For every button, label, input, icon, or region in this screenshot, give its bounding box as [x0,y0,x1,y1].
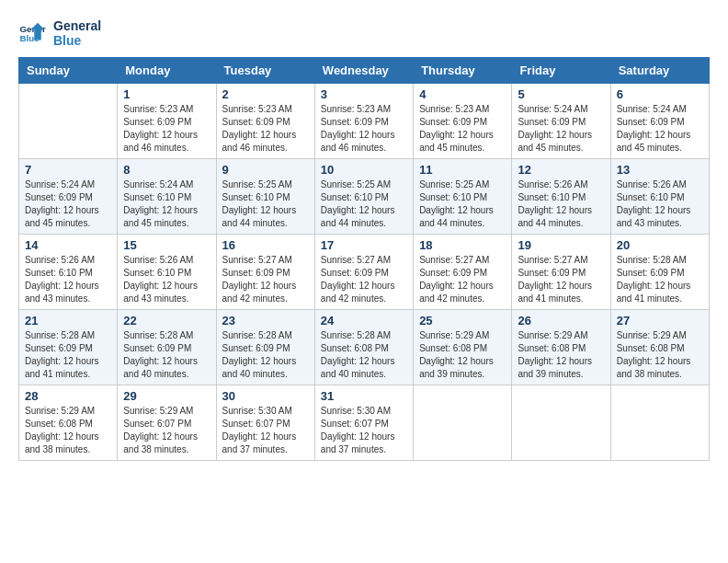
day-info: Sunrise: 5:30 AMSunset: 6:07 PMDaylight:… [222,405,309,456]
day-info: Sunrise: 5:27 AMSunset: 6:09 PMDaylight:… [518,254,604,305]
day-number: 20 [617,238,703,252]
calendar-cell: 26Sunrise: 5:29 AMSunset: 6:08 PMDayligh… [512,310,610,385]
calendar-cell: 2Sunrise: 5:23 AMSunset: 6:09 PMDaylight… [216,84,314,159]
day-number: 19 [518,238,604,252]
week-row-1: 1Sunrise: 5:23 AMSunset: 6:09 PMDaylight… [19,84,710,159]
day-info: Sunrise: 5:29 AMSunset: 6:07 PMDaylight:… [123,405,210,456]
calendar-cell: 13Sunrise: 5:26 AMSunset: 6:10 PMDayligh… [610,159,709,235]
calendar-cell: 18Sunrise: 5:27 AMSunset: 6:09 PMDayligh… [414,235,512,310]
calendar-cell: 6Sunrise: 5:24 AMSunset: 6:09 PMDaylight… [610,84,709,159]
calendar-table: SundayMondayTuesdayWednesdayThursdayFrid… [18,57,710,461]
day-number: 10 [321,163,407,177]
calendar-cell: 28Sunrise: 5:29 AMSunset: 6:08 PMDayligh… [19,385,118,461]
day-info: Sunrise: 5:24 AMSunset: 6:10 PMDaylight:… [123,178,210,230]
weekday-header-tuesday: Tuesday [216,58,314,84]
day-number: 3 [321,87,407,101]
calendar-cell: 16Sunrise: 5:27 AMSunset: 6:09 PMDayligh… [216,235,314,310]
day-number: 1 [123,87,210,101]
logo: General Blue General Blue [18,18,101,48]
day-info: Sunrise: 5:27 AMSunset: 6:09 PMDaylight:… [222,254,309,305]
day-info: Sunrise: 5:23 AMSunset: 6:09 PMDaylight:… [123,103,210,155]
calendar-cell: 22Sunrise: 5:28 AMSunset: 6:09 PMDayligh… [118,310,216,385]
day-number: 24 [321,314,407,327]
calendar-cell: 10Sunrise: 5:25 AMSunset: 6:10 PMDayligh… [314,159,413,235]
calendar-cell: 1Sunrise: 5:23 AMSunset: 6:09 PMDaylight… [118,84,216,159]
day-number: 17 [321,238,407,252]
day-number: 27 [617,314,703,327]
day-number: 25 [419,314,506,327]
calendar-cell: 31Sunrise: 5:30 AMSunset: 6:07 PMDayligh… [314,385,413,461]
week-row-3: 14Sunrise: 5:26 AMSunset: 6:10 PMDayligh… [19,235,710,310]
day-number: 31 [321,389,407,403]
week-row-4: 21Sunrise: 5:28 AMSunset: 6:09 PMDayligh… [19,310,710,385]
day-info: Sunrise: 5:25 AMSunset: 6:10 PMDaylight:… [419,178,506,230]
day-number: 21 [25,314,111,327]
calendar-cell: 17Sunrise: 5:27 AMSunset: 6:09 PMDayligh… [314,235,413,310]
day-info: Sunrise: 5:28 AMSunset: 6:09 PMDaylight:… [123,329,210,381]
day-info: Sunrise: 5:27 AMSunset: 6:09 PMDaylight:… [419,254,506,305]
day-info: Sunrise: 5:26 AMSunset: 6:10 PMDaylight:… [617,178,703,230]
calendar-cell: 11Sunrise: 5:25 AMSunset: 6:10 PMDayligh… [414,159,512,235]
day-number: 30 [222,389,309,403]
calendar-cell: 3Sunrise: 5:23 AMSunset: 6:09 PMDaylight… [314,84,413,159]
day-info: Sunrise: 5:26 AMSunset: 6:10 PMDaylight:… [123,254,210,305]
weekday-header-friday: Friday [512,58,610,84]
weekday-header-monday: Monday [118,58,216,84]
day-info: Sunrise: 5:29 AMSunset: 6:08 PMDaylight:… [617,329,703,381]
calendar-cell: 24Sunrise: 5:28 AMSunset: 6:08 PMDayligh… [314,310,413,385]
weekday-header-row: SundayMondayTuesdayWednesdayThursdayFrid… [19,58,710,84]
weekday-header-wednesday: Wednesday [314,58,413,84]
day-number: 4 [419,87,506,101]
day-number: 2 [222,87,309,101]
calendar-cell: 4Sunrise: 5:23 AMSunset: 6:09 PMDaylight… [414,84,512,159]
day-info: Sunrise: 5:24 AMSunset: 6:09 PMDaylight:… [518,103,604,155]
day-info: Sunrise: 5:24 AMSunset: 6:09 PMDaylight:… [617,103,703,155]
day-number: 23 [222,314,309,327]
week-row-5: 28Sunrise: 5:29 AMSunset: 6:08 PMDayligh… [19,385,710,461]
day-number: 11 [419,163,506,177]
calendar-cell: 8Sunrise: 5:24 AMSunset: 6:10 PMDaylight… [118,159,216,235]
day-info: Sunrise: 5:28 AMSunset: 6:09 PMDaylight:… [617,254,703,305]
day-info: Sunrise: 5:28 AMSunset: 6:09 PMDaylight:… [25,329,111,381]
day-info: Sunrise: 5:24 AMSunset: 6:09 PMDaylight:… [25,178,111,230]
day-number: 29 [123,389,210,403]
day-info: Sunrise: 5:29 AMSunset: 6:08 PMDaylight:… [419,329,506,381]
calendar-cell: 14Sunrise: 5:26 AMSunset: 6:10 PMDayligh… [19,235,118,310]
day-number: 16 [222,238,309,252]
day-info: Sunrise: 5:29 AMSunset: 6:08 PMDaylight:… [518,329,604,381]
day-number: 12 [518,163,604,177]
day-info: Sunrise: 5:25 AMSunset: 6:10 PMDaylight:… [222,178,309,230]
day-number: 7 [25,163,111,177]
calendar-cell [19,84,118,159]
day-info: Sunrise: 5:29 AMSunset: 6:08 PMDaylight:… [25,405,111,456]
calendar-cell: 23Sunrise: 5:28 AMSunset: 6:09 PMDayligh… [216,310,314,385]
page-header: General Blue General Blue [18,18,710,48]
day-number: 8 [123,163,210,177]
day-info: Sunrise: 5:23 AMSunset: 6:09 PMDaylight:… [222,103,309,155]
day-info: Sunrise: 5:25 AMSunset: 6:10 PMDaylight:… [321,178,407,230]
week-row-2: 7Sunrise: 5:24 AMSunset: 6:09 PMDaylight… [19,159,710,235]
day-info: Sunrise: 5:23 AMSunset: 6:09 PMDaylight:… [419,103,506,155]
day-info: Sunrise: 5:27 AMSunset: 6:09 PMDaylight:… [321,254,407,305]
day-number: 15 [123,238,210,252]
calendar-cell: 12Sunrise: 5:26 AMSunset: 6:10 PMDayligh… [512,159,610,235]
day-info: Sunrise: 5:26 AMSunset: 6:10 PMDaylight:… [518,178,604,230]
day-info: Sunrise: 5:23 AMSunset: 6:09 PMDaylight:… [321,103,407,155]
logo-blue: Blue [53,33,101,48]
logo-general: General [53,18,101,33]
calendar-cell [610,385,709,461]
day-number: 5 [518,87,604,101]
day-number: 22 [123,314,210,327]
calendar-cell: 19Sunrise: 5:27 AMSunset: 6:09 PMDayligh… [512,235,610,310]
weekday-header-saturday: Saturday [610,58,709,84]
day-number: 9 [222,163,309,177]
day-number: 18 [419,238,506,252]
logo-icon: General Blue [18,19,46,47]
calendar-cell [512,385,610,461]
day-info: Sunrise: 5:26 AMSunset: 6:10 PMDaylight:… [25,254,111,305]
day-info: Sunrise: 5:30 AMSunset: 6:07 PMDaylight:… [321,405,407,456]
calendar-cell: 7Sunrise: 5:24 AMSunset: 6:09 PMDaylight… [19,159,118,235]
calendar-cell: 30Sunrise: 5:30 AMSunset: 6:07 PMDayligh… [216,385,314,461]
calendar-cell: 20Sunrise: 5:28 AMSunset: 6:09 PMDayligh… [610,235,709,310]
calendar-cell [414,385,512,461]
